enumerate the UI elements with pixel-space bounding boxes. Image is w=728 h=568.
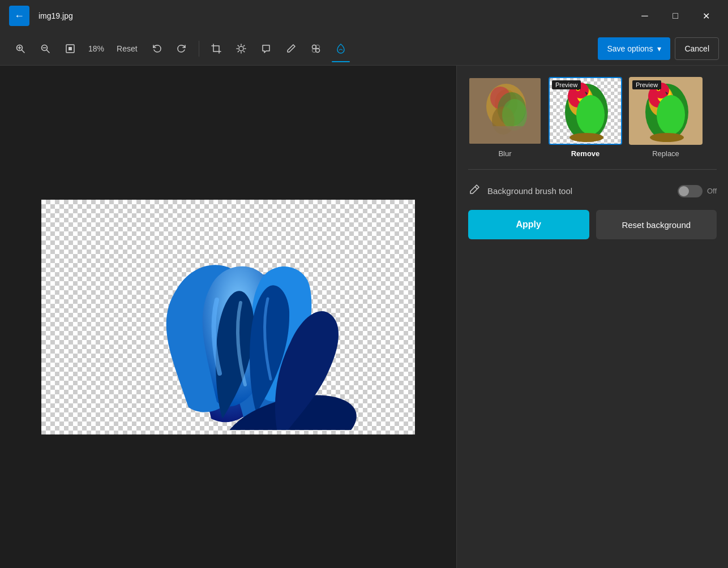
svg-line-15 (243, 51, 244, 51)
reset-button[interactable]: Reset (111, 41, 143, 57)
svg-point-9 (239, 46, 243, 51)
undo-button[interactable] (145, 37, 168, 60)
titlebar: ← img19.jpg ─ □ ✕ (0, 0, 728, 32)
zoom-fit-button[interactable] (59, 37, 82, 60)
toolbar-divider-1 (199, 41, 199, 57)
brush-icon (468, 183, 481, 199)
toggle-thumb (679, 186, 689, 196)
svg-line-17 (243, 45, 244, 46)
replace-thumbnail[interactable]: Preview (629, 77, 703, 145)
svg-point-47 (569, 133, 603, 142)
bloom-svg (53, 204, 404, 430)
svg-rect-8 (68, 47, 72, 50)
svg-point-46 (576, 95, 605, 135)
action-buttons: Apply Reset background (468, 210, 717, 239)
background-options: Blur Preview (468, 77, 717, 158)
background-tool-button[interactable] (329, 37, 352, 60)
zoom-level: 18% (84, 44, 109, 53)
svg-point-57 (650, 133, 684, 142)
apply-button[interactable]: Apply (468, 210, 589, 239)
save-options-button[interactable]: Save options ▾ (598, 37, 670, 60)
svg-line-1 (22, 50, 25, 53)
brightness-tool-button[interactable] (230, 37, 252, 60)
brush-toggle[interactable] (678, 185, 703, 197)
main-image (41, 200, 415, 434)
blur-label: Blur (498, 149, 511, 158)
toolbar: 18% Reset Save options ▾ Cancel (0, 32, 728, 66)
svg-point-56 (657, 95, 685, 135)
minimize-button[interactable]: ─ (632, 7, 658, 25)
close-button[interactable]: ✕ (693, 7, 719, 25)
redo-button[interactable] (170, 37, 193, 60)
remove-thumbnail[interactable]: Preview (549, 77, 622, 145)
maximize-button[interactable]: □ (662, 7, 688, 25)
draw-tool-button[interactable] (280, 37, 302, 60)
save-options-label: Save options (607, 44, 653, 53)
replace-option[interactable]: Preview (629, 77, 703, 158)
right-panel: Blur Preview (456, 66, 728, 568)
replace-preview-badge: Preview (632, 80, 661, 89)
svg-rect-33 (469, 78, 542, 145)
brush-toggle-state: Off (707, 187, 717, 195)
crop-tool-button[interactable] (205, 37, 228, 60)
annotation-tool-button[interactable] (255, 37, 277, 60)
main-content: Blur Preview (0, 66, 728, 568)
filter-tool-button[interactable] (305, 37, 327, 60)
brush-tool-label: Background brush tool (487, 186, 671, 196)
brush-toggle-container[interactable]: Off (678, 185, 717, 197)
reset-background-button[interactable]: Reset background (596, 210, 717, 239)
cancel-button[interactable]: Cancel (675, 37, 719, 60)
image-canvas (41, 200, 415, 434)
back-button[interactable]: ← (9, 6, 29, 26)
svg-line-16 (238, 51, 238, 51)
zoom-out-button[interactable] (34, 37, 57, 60)
remove-preview-badge: Preview (552, 80, 581, 89)
save-options-chevron: ▾ (657, 44, 661, 53)
zoom-in-button[interactable] (9, 37, 32, 60)
blur-thumbnail[interactable] (468, 77, 542, 145)
window-controls: ─ □ ✕ (632, 7, 719, 25)
svg-line-58 (475, 187, 477, 189)
svg-line-5 (47, 50, 50, 53)
remove-option[interactable]: Preview (549, 77, 622, 158)
blur-parrot-image (469, 78, 542, 145)
panel-divider (468, 169, 717, 170)
svg-line-14 (238, 45, 238, 46)
blur-option[interactable]: Blur (468, 77, 542, 158)
filename-label: img19.jpg (38, 11, 623, 20)
canvas-area[interactable] (0, 66, 456, 568)
replace-label: Replace (652, 149, 679, 158)
brush-tool-row: Background brush tool Off (468, 181, 717, 201)
remove-label: Remove (571, 149, 600, 158)
